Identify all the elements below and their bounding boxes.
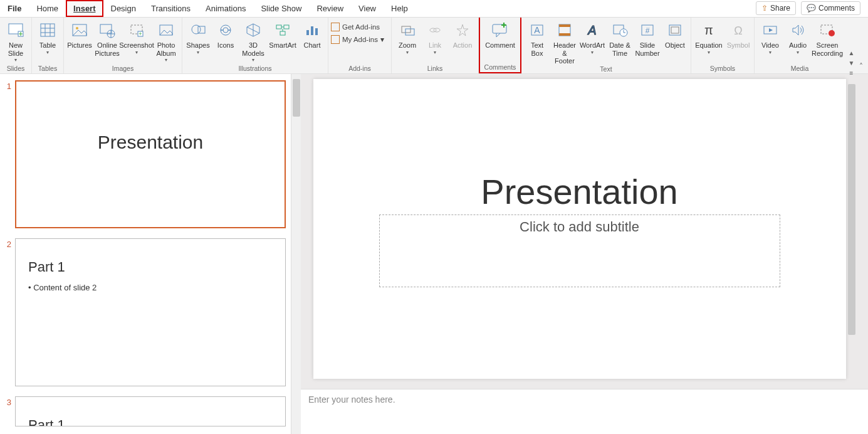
date-time-label: Date &Time (609, 41, 630, 57)
thumbnail-number: 2 (0, 238, 11, 386)
zoom-label: Zoom (399, 41, 416, 50)
scrollbar-thumb[interactable] (848, 84, 855, 335)
video-label: Video (761, 41, 779, 50)
tab-home[interactable]: Home (29, 0, 66, 17)
prev-slide-icon[interactable]: ▲ (847, 48, 857, 58)
group-tables: Table ▾ Tables (32, 18, 64, 73)
share-button[interactable]: ⇪ Share (756, 1, 796, 15)
fit-icon[interactable]: ≡ (847, 68, 857, 78)
table-button[interactable]: Table ▾ (34, 19, 61, 55)
tab-view[interactable]: View (351, 0, 384, 17)
svg-rect-29 (315, 28, 318, 35)
group-media: Video ▾ Audio ▾ ScreenRecording Media (755, 18, 845, 73)
notes-pane[interactable]: Enter your notes here. (301, 389, 868, 434)
equation-button[interactable]: π Equation ▾ (694, 19, 724, 55)
svg-marker-56 (793, 25, 798, 35)
icons-button[interactable]: Icons (212, 19, 239, 50)
tab-review[interactable]: Review (309, 0, 351, 17)
tab-animations[interactable]: Animations (198, 0, 253, 17)
dropdown-caret-icon: ▾ (591, 50, 593, 55)
dropdown-caret-icon: ▾ (797, 50, 799, 55)
chart-label: Chart (304, 41, 321, 50)
subtitle-placeholder-box[interactable]: Click to add subtitle (379, 214, 780, 287)
link-button[interactable]: Link ▾ (422, 19, 448, 55)
slide-canvas[interactable]: Presentation Click to add subtitle (313, 79, 846, 379)
zoom-button[interactable]: Zoom ▾ (394, 19, 421, 55)
online-pictures-icon (97, 20, 117, 40)
comment-icon: 💬 (807, 4, 816, 13)
canvas-wrap: Presentation Click to add subtitle ▲ ▼ ≡ (301, 74, 868, 389)
audio-button[interactable]: Audio ▾ (785, 19, 811, 55)
table-icon (38, 20, 58, 40)
share-icon: ⇪ (761, 4, 768, 13)
thumbnail-slide-1[interactable]: Presentation (15, 80, 286, 228)
smartart-label: SmartArt (269, 41, 296, 50)
smartart-icon (273, 20, 293, 40)
group-label-symbols: Symbols (694, 65, 751, 73)
wordart-label: WordArt (580, 41, 605, 50)
svg-rect-27 (306, 30, 309, 35)
tab-insert[interactable]: Insert (66, 0, 103, 17)
pictures-button[interactable]: Pictures (66, 19, 93, 50)
dropdown-caret-icon: ▾ (46, 50, 49, 55)
smartart-button[interactable]: SmartArt (268, 19, 298, 50)
symbol-label: Symbol (727, 41, 750, 50)
3d-models-icon (243, 20, 263, 40)
new-slide-button[interactable]: NewSlide ▾ (3, 19, 29, 63)
text-box-icon: A (527, 20, 547, 40)
tab-design[interactable]: Design (103, 0, 144, 17)
chart-button[interactable]: Chart (299, 19, 325, 50)
new-comment-icon (490, 20, 510, 40)
group-label-tables: Tables (34, 65, 61, 73)
comments-button[interactable]: 💬 Comments (801, 1, 860, 15)
photo-album-button[interactable]: PhotoAlbum ▾ (153, 19, 179, 63)
group-label-images: Images (66, 65, 179, 73)
scrollbar-thumb[interactable] (293, 79, 300, 117)
dropdown-caret-icon: ▾ (165, 57, 167, 63)
icons-label: Icons (217, 41, 234, 50)
shapes-button[interactable]: Shapes ▾ (185, 19, 211, 55)
svg-point-10 (76, 27, 78, 29)
svg-text:+: + (139, 31, 142, 37)
tab-file[interactable]: File (0, 0, 29, 17)
group-illustrations: Shapes ▾ Icons 3DModels ▾ Smart (182, 18, 328, 73)
store-icon (331, 23, 340, 31)
3d-models-button[interactable]: 3DModels ▾ (240, 19, 266, 63)
symbol-icon: Ω (728, 20, 748, 40)
date-time-button[interactable]: Date &Time (607, 19, 633, 57)
svg-rect-28 (311, 26, 313, 35)
thumbnail-strip: 1 Presentation 2 Part 1 • Content of sli… (0, 74, 291, 434)
tab-transitions[interactable]: Transitions (144, 0, 198, 17)
screen-recording-button[interactable]: ScreenRecording (812, 19, 842, 57)
thumbnail-slide-2[interactable]: Part 1 • Content of slide 2 (15, 238, 286, 386)
wordart-button[interactable]: A WordArt ▾ (579, 19, 605, 55)
header-footer-button[interactable]: Header& Footer (552, 19, 578, 65)
text-box-button[interactable]: A TextBox (524, 19, 550, 57)
link-icon (425, 20, 445, 40)
icons-icon (216, 20, 236, 40)
object-button[interactable]: Object (662, 19, 688, 50)
my-addins-button[interactable]: My Add-ins ▾ (331, 35, 389, 44)
tab-help[interactable]: Help (384, 0, 416, 17)
tab-slideshow[interactable]: Slide Show (253, 0, 309, 17)
svg-text:#: # (646, 26, 650, 35)
get-addins-button[interactable]: Get Add-ins (331, 23, 389, 31)
action-button[interactable]: Action (449, 19, 476, 50)
slide-number-button[interactable]: # SlideNumber (634, 19, 661, 57)
thumbnail-scrollbar[interactable] (291, 74, 301, 434)
screenshot-button[interactable]: + Screenshot ▾ (122, 19, 152, 55)
svg-rect-31 (405, 29, 414, 35)
group-label-media: Media (757, 65, 842, 73)
slide-title[interactable]: Presentation (481, 171, 677, 212)
screenshot-label: Screenshot (119, 41, 154, 50)
zoom-icon (397, 20, 417, 40)
notes-placeholder: Enter your notes here. (308, 394, 395, 405)
video-button[interactable]: Video ▾ (757, 19, 783, 55)
comment-button[interactable]: Comment (483, 19, 518, 50)
collapse-ribbon-icon[interactable]: ˄ (859, 62, 863, 71)
thumbnail-slide-3[interactable]: Part 1 (15, 396, 286, 426)
next-slide-icon[interactable]: ▼ (847, 58, 857, 68)
dropdown-caret-icon: ▾ (14, 57, 17, 63)
online-pictures-button[interactable]: OnlinePictures (94, 19, 120, 57)
symbol-button[interactable]: Ω Symbol (725, 19, 751, 50)
